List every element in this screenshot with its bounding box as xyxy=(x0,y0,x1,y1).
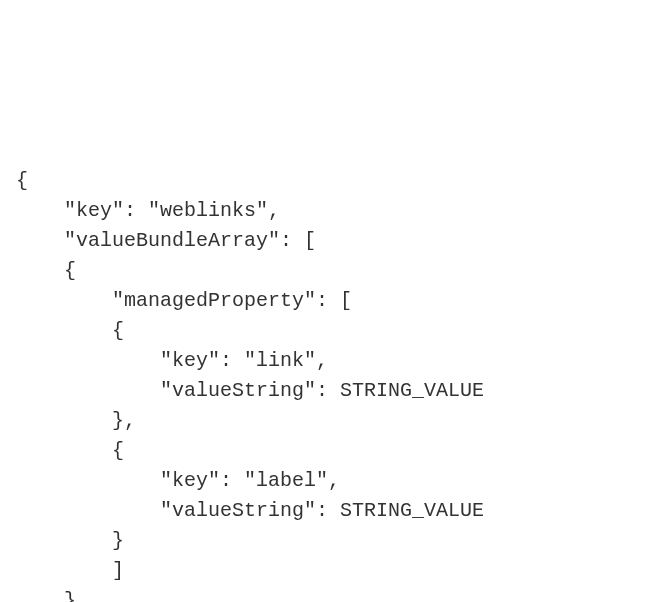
code-line: ] xyxy=(16,559,124,582)
code-line: "valueBundleArray": [ xyxy=(16,229,316,252)
code-line: "valueString": STRING_VALUE xyxy=(16,499,484,522)
code-block: { "key": "weblinks", "valueBundleArray":… xyxy=(16,136,643,602)
code-line: "key": "link", xyxy=(16,349,328,372)
code-line: }, xyxy=(16,409,136,432)
code-line: "key": "weblinks", xyxy=(16,199,280,222)
code-line: { xyxy=(16,259,76,282)
code-line: } xyxy=(16,529,124,552)
code-line: "key": "label", xyxy=(16,469,340,492)
code-line: { xyxy=(16,439,124,462)
code-line: { xyxy=(16,169,28,192)
code-line: "valueString": STRING_VALUE xyxy=(16,379,484,402)
code-line: } xyxy=(16,589,76,602)
code-line: { xyxy=(16,319,124,342)
code-line: "managedProperty": [ xyxy=(16,289,352,312)
